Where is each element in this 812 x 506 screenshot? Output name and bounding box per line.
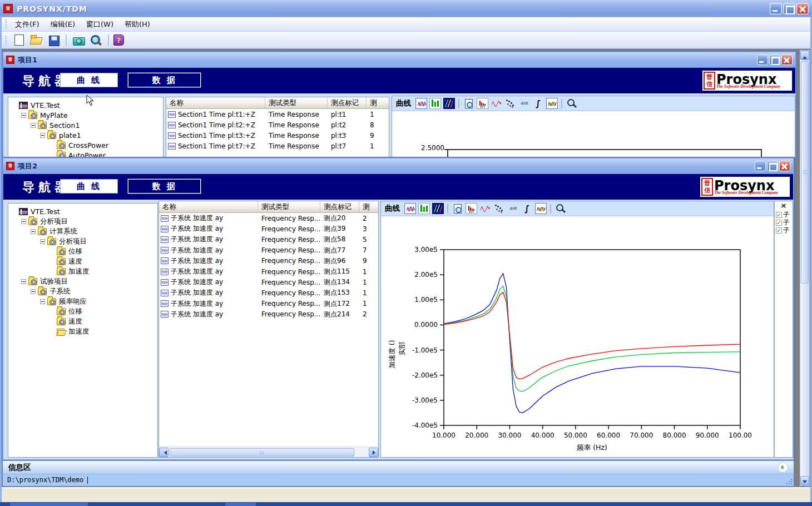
- expand-toggle-icon[interactable]: [31, 123, 36, 128]
- legend-close-icon[interactable]: ×: [775, 201, 793, 211]
- close-button[interactable]: [781, 54, 793, 65]
- new-file-icon[interactable]: [12, 33, 27, 47]
- tree-item[interactable]: Section1: [8, 120, 163, 130]
- open-folder-icon[interactable]: [29, 33, 44, 47]
- bar-plot-icon[interactable]: [429, 98, 441, 109]
- preview-icon[interactable]: [463, 98, 474, 109]
- minimize-button[interactable]: [770, 3, 782, 14]
- table-row[interactable]: 子系统 加速度 ay Frequency Resp... 测点172 1: [159, 299, 378, 309]
- tree-item[interactable]: 子系统: [8, 286, 157, 296]
- tree-item[interactable]: 位移: [8, 246, 157, 256]
- tree-item[interactable]: 位移: [8, 306, 157, 316]
- fft-icon[interactable]: FFT: [477, 98, 488, 109]
- minimize-button[interactable]: [755, 161, 766, 171]
- camera-icon[interactable]: [71, 33, 86, 47]
- project2-window[interactable]: 普 项目2 导航器 曲 线 数 据 普信 Prosynx The Softwar…: [2, 157, 794, 460]
- resize-grip[interactable]: [791, 483, 792, 484]
- info-panel-body[interactable]: D:\prosynx\TDM\demo: [3, 474, 794, 485]
- tree-item[interactable]: 分析项目: [8, 216, 157, 226]
- checkbox-checked-icon[interactable]: ✓: [776, 227, 782, 234]
- maximize-button[interactable]: [769, 54, 780, 65]
- integral-icon[interactable]: ∫: [521, 203, 533, 214]
- tree-item[interactable]: 速度: [8, 256, 157, 266]
- tree-item[interactable]: VTE.Test: [8, 100, 163, 110]
- table-row[interactable]: 子系统 加速度 ay Frequency Resp... 测点58 5: [159, 234, 378, 245]
- derivative-icon[interactable]: d/dt: [518, 98, 530, 109]
- table-row[interactable]: Section1 Time pl:t2:+Z Time Response pl:…: [166, 120, 389, 130]
- column-header[interactable]: 名称: [159, 201, 258, 212]
- expand-toggle-icon[interactable]: [31, 229, 36, 234]
- close-button[interactable]: [796, 3, 809, 14]
- zoom-in-icon[interactable]: [566, 98, 577, 109]
- tree-item[interactable]: 分析项目: [8, 236, 157, 246]
- curve-plot-icon[interactable]: [404, 203, 416, 214]
- expand-toggle-icon[interactable]: [40, 239, 45, 244]
- column-header[interactable]: 测: [367, 97, 389, 108]
- collapse-chevron-icon[interactable]: «: [778, 462, 788, 473]
- toolbar-grip[interactable]: [5, 36, 7, 45]
- derivative-icon[interactable]: d/dt: [507, 203, 519, 214]
- overlay-plot-icon[interactable]: [535, 203, 547, 214]
- main-titlebar[interactable]: 普 PROSYNX/TDM: [0, 0, 812, 17]
- waterfall-plot-icon[interactable]: [443, 98, 455, 109]
- close-button[interactable]: [779, 161, 790, 171]
- menu-item[interactable]: 帮助(H): [119, 18, 156, 31]
- table-row[interactable]: Section1 Time pl:t7:+Z Time Response pl:…: [166, 141, 389, 152]
- table-row[interactable]: 子系统 加速度 ay Frequency Resp... 测点153 1: [159, 287, 378, 298]
- scroll-down-button[interactable]: [800, 476, 809, 485]
- table-row[interactable]: 子系统 加速度 ay Frequency Resp... 测点214 2: [159, 309, 378, 320]
- tab-curve[interactable]: 曲 线: [60, 179, 118, 194]
- table-row[interactable]: Section1 Time pl:t3:+Z Time Response pl:…: [166, 130, 389, 141]
- expand-toggle-icon[interactable]: [40, 299, 45, 304]
- tree-item[interactable]: CrossPower: [8, 140, 163, 150]
- tree-item[interactable]: VTE.Test: [8, 206, 157, 216]
- preview-icon[interactable]: [452, 203, 463, 214]
- help-book-icon[interactable]: ?: [113, 34, 124, 46]
- menu-item[interactable]: 文件(F): [9, 18, 45, 31]
- checkbox-checked-icon[interactable]: ✓: [776, 212, 782, 218]
- table-row[interactable]: 子系统 加速度 ay Frequency Resp... 测点39 3: [159, 224, 378, 234]
- overlay-plot-icon[interactable]: [546, 98, 558, 109]
- tab-data[interactable]: 数 据: [128, 73, 201, 87]
- table-row[interactable]: 子系统 加速度 ay Frequency Resp... 测点134 1: [159, 277, 378, 287]
- horizontal-scrollbar[interactable]: [159, 447, 378, 457]
- menu-item[interactable]: 窗口(W): [81, 18, 119, 31]
- save-icon[interactable]: [46, 33, 61, 47]
- expand-toggle-icon[interactable]: [40, 133, 45, 138]
- project2-titlebar[interactable]: 普 项目2: [3, 158, 793, 174]
- taskbar[interactable]: [0, 502, 812, 506]
- column-header[interactable]: 测点标记: [320, 201, 359, 212]
- expand-toggle-icon[interactable]: [21, 279, 26, 284]
- tree-item[interactable]: 频率响应: [8, 296, 157, 306]
- scatter-icon[interactable]: [493, 203, 505, 214]
- integral-icon[interactable]: ∫: [532, 98, 544, 109]
- search-icon[interactable]: [88, 33, 103, 47]
- tree-item[interactable]: 计算系统: [8, 226, 157, 236]
- maximize-button[interactable]: [783, 3, 795, 14]
- bar-plot-icon[interactable]: [418, 203, 430, 214]
- tree-item[interactable]: 加速度: [8, 326, 157, 336]
- wave-icon[interactable]: [479, 203, 491, 214]
- legend-item[interactable]: ✓ 子: [775, 226, 793, 234]
- tree-item[interactable]: 速度: [8, 316, 157, 326]
- table-row[interactable]: 子系统 加速度 ay Frequency Resp... 测点77 7: [159, 245, 378, 256]
- expand-toggle-icon[interactable]: [21, 113, 26, 118]
- expand-toggle-icon[interactable]: [21, 219, 26, 224]
- table-row[interactable]: 子系统 加速度 ay Frequency Resp... 测点20 2: [159, 213, 378, 224]
- table-row[interactable]: 子系统 加速度 ay Frequency Resp... 测点96 9: [159, 256, 378, 266]
- tab-data[interactable]: 数 据: [128, 179, 201, 194]
- scrollbar-thumb[interactable]: [801, 61, 809, 284]
- scroll-up-button[interactable]: [800, 51, 809, 60]
- tree-item[interactable]: MyPlate: [8, 110, 163, 120]
- expand-toggle-icon[interactable]: [31, 289, 36, 294]
- column-header[interactable]: 名称: [166, 97, 265, 108]
- table-row[interactable]: 子系统 加速度 ay Frequency Resp... 测点115 1: [159, 266, 378, 277]
- curve-plot-icon[interactable]: [415, 98, 427, 109]
- table-row[interactable]: Section1 Time pl:t1:+Z Time Response pl:…: [166, 109, 389, 120]
- tree-item[interactable]: 试验项目: [8, 276, 157, 286]
- tree-item[interactable]: 加速度: [8, 266, 157, 276]
- tab-curve[interactable]: 曲 线: [60, 73, 118, 87]
- scrollbar-thumb[interactable]: [170, 448, 354, 457]
- scroll-right-button[interactable]: [369, 448, 378, 457]
- column-header[interactable]: 测试类型: [265, 97, 328, 108]
